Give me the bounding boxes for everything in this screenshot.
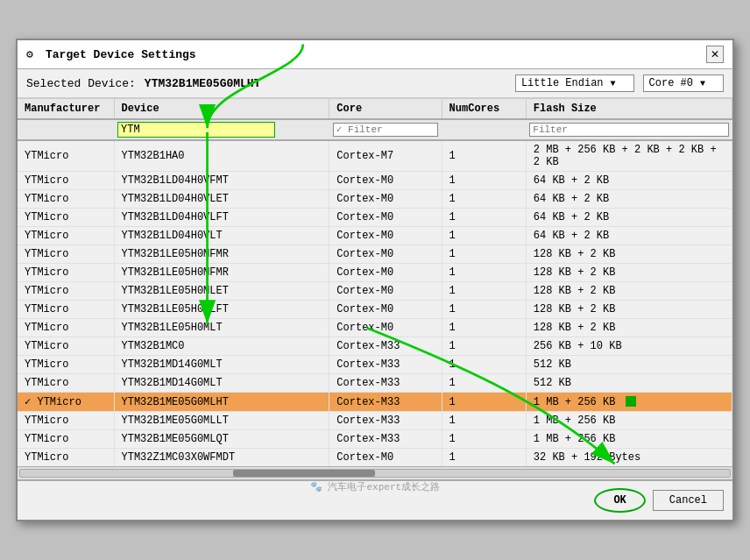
table-row[interactable]: YTMicroYTM32B1LE05H0MLTCortex-M01128 KB … [18, 319, 732, 337]
ok-button[interactable]: OK [594, 488, 645, 513]
table-row[interactable]: ✓ YTMicroYTM32B1ME05G0MLHTCortex-M3311 M… [18, 393, 732, 412]
table-body: YTMicroYTM32B1HA0Cortex-M712 MB + 256 KB… [18, 140, 732, 466]
device-cell: YTM32B1HA0 [114, 140, 329, 172]
numcores-cell: 1 [442, 245, 526, 264]
flashsize-cell: 128 KB + 2 KB [526, 282, 732, 301]
numcores-cell: 1 [442, 449, 526, 467]
device-cell: YTM32B1LD04H0VLFT [114, 209, 329, 227]
numcores-cell: 1 [442, 393, 526, 412]
numcores-cell: 1 [442, 264, 526, 282]
table-header-row: Manufacturer Device Core NumCores Flash … [18, 99, 732, 119]
flashsize-cell: 128 KB + 2 KB [526, 245, 732, 264]
table-row[interactable]: YTMicroYTM32B1ME05G0MLLTCortex-M3311 MB … [18, 412, 732, 430]
table-row[interactable]: YTMicroYTM32B1HA0Cortex-M712 MB + 256 KB… [18, 140, 732, 172]
manufacturer-cell: YTMicro [18, 319, 114, 337]
flashsize-cell: 64 KB + 2 KB [526, 209, 732, 227]
scrollbar-thumb[interactable] [233, 470, 375, 477]
flashsize-cell: 128 KB + 2 KB [526, 301, 732, 319]
dialog-icon: ⚙ [26, 47, 40, 61]
flashsize-cell: 128 KB + 2 KB [526, 319, 732, 337]
flashsize-filter-input[interactable] [529, 123, 728, 137]
table-row[interactable]: YTMicroYTM32B1LD04H0VFMTCortex-M0164 KB … [18, 172, 732, 190]
core-dropdown[interactable]: Core #0 ▼ [643, 74, 724, 92]
manufacturer-cell: YTMicro [18, 430, 114, 449]
scrollbar-track [19, 469, 731, 478]
selected-device-value: YTM32B1ME05G0MLHT [145, 77, 261, 90]
numcores-cell: 1 [442, 412, 526, 430]
flashsize-cell: 512 KB [526, 374, 732, 393]
device-cell: YTM32B1ME05G0MLLT [114, 412, 329, 430]
manufacturer-cell: YTMicro [18, 140, 114, 172]
table-row[interactable]: YTMicroYTM32Z1MC03X0WFMDTCortex-M0132 KB… [18, 449, 732, 467]
table-row[interactable]: YTMicroYTM32B1LD04H0VLFTCortex-M0164 KB … [18, 209, 732, 227]
endian-dropdown[interactable]: Little Endian ▼ [515, 74, 634, 92]
manufacturer-cell: ✓ YTMicro [18, 393, 114, 412]
device-filter-input[interactable] [117, 122, 275, 138]
device-cell: YTM32B1LE05H0MFMR [114, 264, 329, 282]
table-row[interactable]: YTMicroYTM32B1LE05H0MFMRCortex-M01128 KB… [18, 264, 732, 282]
core-cell: Cortex-M0 [329, 319, 442, 337]
flashsize-cell: 128 KB + 2 KB [526, 264, 732, 282]
filter-core-cell [329, 119, 442, 140]
table-row[interactable]: YTMicroYTM32B1LD04H0VLTCortex-M0164 KB +… [18, 227, 732, 245]
table-row[interactable]: YTMicroYTM32B1ME05G0MLQTCortex-M3311 MB … [18, 430, 732, 449]
col-flashsize: Flash Size [526, 99, 732, 119]
filter-row [18, 119, 732, 140]
manufacturer-cell: YTMicro [18, 264, 114, 282]
manufacturer-cell: YTMicro [18, 209, 114, 227]
table-row[interactable]: YTMicroYTM32B1MD14G0MLTCortex-M331512 KB [18, 356, 732, 374]
table-row[interactable]: YTMicroYTM32B1LE05H0MLETCortex-M01128 KB… [18, 282, 732, 301]
device-cell: YTM32B1LE05H0MLET [114, 282, 329, 301]
numcores-cell: 1 [442, 209, 526, 227]
dialog-title: Target Device Settings [46, 48, 196, 61]
endian-dropdown-arrow: ▼ [611, 79, 616, 89]
manufacturer-cell: YTMicro [18, 449, 114, 467]
manufacturer-cell: YTMicro [18, 356, 114, 374]
flashsize-cell: 1 MB + 256 KB [526, 412, 732, 430]
cancel-button[interactable]: Cancel [653, 490, 724, 511]
flashsize-cell: 1 MB + 256 KB [526, 393, 732, 412]
filter-device-cell [114, 119, 329, 140]
numcores-cell: 1 [442, 282, 526, 301]
flashsize-cell: 256 KB + 10 KB [526, 337, 732, 356]
manufacturer-cell: YTMicro [18, 337, 114, 356]
core-cell: Cortex-M0 [329, 172, 442, 190]
horizontal-scrollbar[interactable] [18, 466, 732, 480]
title-bar-left: ⚙ Target Device Settings [26, 47, 196, 61]
core-filter-input[interactable] [333, 123, 438, 137]
core-cell: Cortex-M0 [329, 449, 442, 467]
numcores-cell: 1 [442, 374, 526, 393]
watermark: 🐾 汽车电子expert成长之路 [310, 480, 440, 493]
filter-numcores-cell [442, 119, 526, 140]
core-cell: Cortex-M0 [329, 190, 442, 209]
device-table-container[interactable]: Manufacturer Device Core NumCores Flash … [18, 98, 732, 466]
core-cell: Cortex-M33 [329, 356, 442, 374]
selected-device-label: Selected Device: [26, 77, 136, 90]
core-cell: Cortex-M0 [329, 264, 442, 282]
device-cell: YTM32B1LD04H0VLET [114, 190, 329, 209]
core-cell: Cortex-M33 [329, 337, 442, 356]
core-cell: Cortex-M33 [329, 393, 442, 412]
manufacturer-cell: YTMicro [18, 172, 114, 190]
device-cell: YTM32B1LE05H0MLT [114, 319, 329, 337]
device-cell: YTM32B1ME05G0MLQT [114, 430, 329, 449]
table-row[interactable]: YTMicroYTM32B1LD04H0VLETCortex-M0164 KB … [18, 190, 732, 209]
filter-manufacturer-cell [18, 119, 114, 140]
header-row: Selected Device: YTM32B1ME05G0MLHT Littl… [18, 69, 732, 98]
table-row[interactable]: YTMicroYTM32B1LE05H0MFMRCortex-M01128 KB… [18, 245, 732, 264]
core-cell: Cortex-M33 [329, 374, 442, 393]
core-cell: Cortex-M0 [329, 282, 442, 301]
numcores-cell: 1 [442, 356, 526, 374]
device-cell: YTM32B1LE05H0MFMR [114, 245, 329, 264]
table-row[interactable]: YTMicroYTM32B1MC0Cortex-M331256 KB + 10 … [18, 337, 732, 356]
numcores-cell: 1 [442, 172, 526, 190]
core-cell: Cortex-M7 [329, 140, 442, 172]
numcores-cell: 1 [442, 319, 526, 337]
table-row[interactable]: YTMicroYTM32B1MD14G0MLTCortex-M331512 KB [18, 374, 732, 393]
numcores-cell: 1 [442, 337, 526, 356]
numcores-cell: 1 [442, 190, 526, 209]
col-manufacturer: Manufacturer [18, 99, 114, 119]
flashsize-cell: 64 KB + 2 KB [526, 227, 732, 245]
close-button[interactable]: ✕ [706, 46, 724, 63]
table-row[interactable]: YTMicroYTM32B1LE05H0MLFTCortex-M01128 KB… [18, 301, 732, 319]
